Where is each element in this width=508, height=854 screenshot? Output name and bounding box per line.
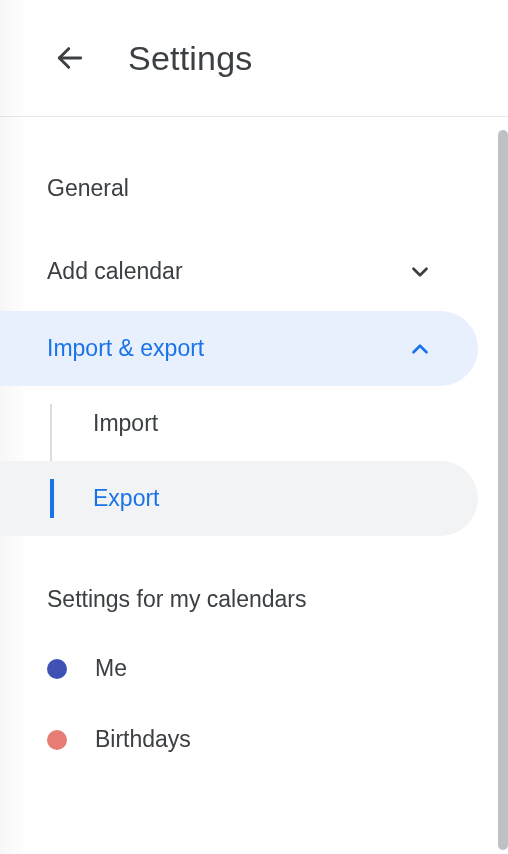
sub-item-export[interactable]: Export [0,461,478,536]
scrollbar[interactable] [498,130,508,850]
nav-label-import-export: Import & export [47,335,204,362]
calendar-color-dot [47,659,67,679]
arrow-left-icon [54,42,86,74]
calendars-section-title: Settings for my calendars [0,536,508,633]
back-button[interactable] [50,38,90,78]
sub-item-import[interactable]: Import [0,386,478,461]
nav-item-general[interactable]: General [0,175,478,232]
nav-label-general: General [47,175,129,202]
page-title: Settings [128,39,252,78]
active-indicator [50,479,54,518]
calendar-label: Me [95,655,127,682]
calendar-item-me[interactable]: Me [0,633,508,704]
settings-header: Settings [0,0,508,116]
sub-label-import: Import [93,410,158,437]
calendar-color-dot [47,730,67,750]
settings-nav: General Add calendar Import & export Imp… [0,117,508,775]
sub-label-export: Export [93,485,159,512]
calendar-item-birthdays[interactable]: Birthdays [0,704,508,775]
chevron-up-icon [407,336,433,362]
sub-item-line [50,404,52,461]
nav-item-add-calendar[interactable]: Add calendar [0,232,478,311]
import-export-subitems: Import Export [0,386,508,536]
nav-item-import-export[interactable]: Import & export [0,311,478,386]
chevron-down-icon [407,259,433,285]
calendar-label: Birthdays [95,726,191,753]
nav-label-add-calendar: Add calendar [47,258,183,285]
